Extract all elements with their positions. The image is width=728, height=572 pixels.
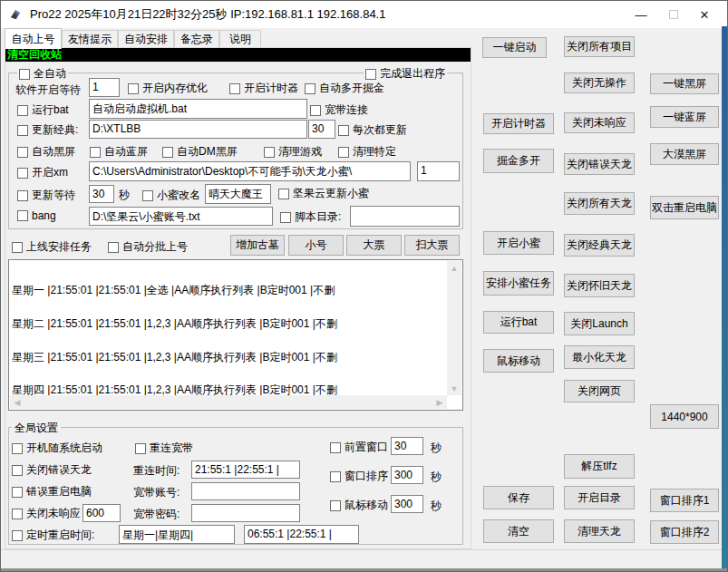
scroll-up-icon[interactable]: ▲ xyxy=(447,261,461,275)
classic-path-input[interactable]: D:\XTLBB xyxy=(89,120,307,139)
nutstore-update-checkbox[interactable]: 坚果云更新小蜜 xyxy=(278,186,369,201)
scan-big-ticket-button[interactable]: 扫大票 xyxy=(404,235,460,256)
gold-multi-button[interactable]: 掘金多开 xyxy=(483,149,554,173)
clean-game-checkbox[interactable]: 清理游戏 xyxy=(264,144,322,160)
finish-exit-checkbox[interactable]: 完成退出程序 xyxy=(364,66,447,82)
scroll-right-icon[interactable]: ▶ xyxy=(432,395,447,409)
scroll-down-icon[interactable]: ▼ xyxy=(447,382,461,395)
reconnect-broadband-checkbox[interactable]: 重连宽带 xyxy=(135,441,193,456)
xm-count-input[interactable]: 1 xyxy=(417,161,460,181)
reconnect-time-input[interactable]: 21:55:1 |22:55:1 | xyxy=(191,461,300,479)
one-key-start-button[interactable]: 一键启动 xyxy=(482,37,547,58)
list-item[interactable]: 星期四 |21:55:01 |21:55:01 |1,2,3 |AA顺序执行列表… xyxy=(12,384,446,395)
full-auto-checkbox[interactable]: 全自动 xyxy=(17,66,68,82)
mouse-move-checkbox[interactable]: 鼠标移动 xyxy=(330,498,388,513)
update-wait-input[interactable]: 30 xyxy=(89,185,114,203)
clear-button[interactable]: 清空 xyxy=(483,519,554,543)
open-dir-button[interactable]: 开启目录 xyxy=(564,486,635,509)
window-sort-input[interactable]: 300 xyxy=(391,466,423,484)
close-all-tl-button[interactable]: 关闭所有天龙 xyxy=(564,192,635,215)
one-key-blue-button[interactable]: 一键蓝屏 xyxy=(650,106,719,128)
tab-help[interactable]: 说明 xyxy=(219,30,261,48)
tab-friendly-tips[interactable]: 友情提示 xyxy=(62,30,118,48)
update-wait-checkbox[interactable]: 更新等待 xyxy=(17,188,75,203)
close-all-projects-button[interactable]: 关闭所有项目 xyxy=(564,36,635,57)
tab-auto-arrange[interactable]: 自动安排 xyxy=(118,30,174,48)
classic-wait-input[interactable]: 30 xyxy=(308,120,335,139)
tab-memo[interactable]: 备忘录 xyxy=(174,30,219,48)
open-xiaomi-button[interactable]: 开启小蜜 xyxy=(483,231,554,255)
open-timer-button[interactable]: 开启计时器 xyxy=(483,113,554,134)
timed-reboot-checkbox[interactable]: 定时重启时间: xyxy=(12,528,94,543)
horizontal-scrollbar[interactable]: ◀ ▶ xyxy=(10,395,447,409)
small-account-button[interactable]: 小号 xyxy=(288,235,344,256)
error-reboot-checkbox[interactable]: 错误重启电脑 xyxy=(12,484,92,499)
vertical-scrollbar[interactable]: ▲ ▼ xyxy=(447,261,461,395)
memory-opt-checkbox[interactable]: 开启内存优化 xyxy=(128,81,208,96)
resolution-button[interactable]: 1440*900 xyxy=(650,404,719,429)
dblclick-reboot-button[interactable]: 双击重启电脑 xyxy=(650,196,719,219)
clean-specific-checkbox[interactable]: 清理特定 xyxy=(338,144,396,160)
unzip-tlfz-button[interactable]: 解压tlfz xyxy=(564,454,635,479)
window-sort2-button[interactable]: 窗口排序2 xyxy=(650,520,719,544)
xiaomi-name-input[interactable]: 晴天大魔王 xyxy=(205,184,271,204)
window-sort1-button[interactable]: 窗口排序1 xyxy=(650,489,719,512)
close-unresponsive-checkbox[interactable]: 关闭未响应 xyxy=(12,506,81,521)
close-unresponsive-input[interactable]: 600 xyxy=(83,504,121,522)
close-unresponsive-button[interactable]: 关闭未响应 xyxy=(564,112,635,133)
front-window-checkbox[interactable]: 前置窗口 xyxy=(330,440,388,455)
xm-path-input[interactable]: C:\Users\Administrator\Desktop\不可能手动\天龙小… xyxy=(89,161,411,181)
minimize-button[interactable]: — xyxy=(626,1,655,28)
script-dir-checkbox[interactable]: 脚本目录: xyxy=(280,209,341,225)
close-error-tl-checkbox[interactable]: 关闭错误天龙 xyxy=(12,462,92,478)
reboot-times-input[interactable]: 06:55:1 |22:55:1 | xyxy=(244,525,359,544)
open-timer-checkbox[interactable]: 开启计时器 xyxy=(229,81,298,96)
auto-black-checkbox[interactable]: 自动黑屏 xyxy=(17,144,75,160)
bang-path-input[interactable]: D:\坚果云\小蜜账号.txt xyxy=(89,207,273,226)
always-update-checkbox[interactable]: 每次都更新 xyxy=(338,122,407,138)
bang-checkbox[interactable]: bang xyxy=(17,209,56,222)
run-bat-checkbox[interactable]: 运行bat xyxy=(17,102,69,118)
big-ticket-button[interactable]: 大票 xyxy=(346,235,402,256)
close-webpage-button[interactable]: 关闭网页 xyxy=(564,380,635,402)
front-window-input[interactable]: 30 xyxy=(391,437,423,455)
list-item[interactable]: 星期三 |21:55:01 |21:55:01 |1,2,3 |AA顺序执行列表… xyxy=(12,352,446,363)
broadband-password-input[interactable] xyxy=(191,504,300,522)
window-sort-checkbox[interactable]: 窗口排序 xyxy=(330,469,388,484)
arrange-xiaomi-button[interactable]: 安排小蜜任务 xyxy=(483,271,554,296)
close-launch-button[interactable]: 关闭Launch xyxy=(564,312,635,335)
scroll-left-icon[interactable]: ◀ xyxy=(10,395,24,409)
xiaomi-rename-checkbox[interactable]: 小蜜改名 xyxy=(142,188,200,203)
close-nostalgia-tl-button[interactable]: 关闭怀旧天龙 xyxy=(564,274,635,297)
mouse-move-input[interactable]: 300 xyxy=(391,495,423,513)
one-key-black-button[interactable]: 一键黑屏 xyxy=(650,73,719,94)
list-item[interactable]: 星期二 |21:55:01 |21:55:01 |1,2,3 |AA顺序执行列表… xyxy=(12,318,446,329)
add-gumu-button[interactable]: 增加古墓 xyxy=(230,235,285,256)
auto-blue-checkbox[interactable]: 自动蓝屏 xyxy=(90,144,148,160)
close-classic-tl-button[interactable]: 关闭经典天龙 xyxy=(564,234,635,257)
broadband-account-input[interactable] xyxy=(191,482,300,500)
broadband-connect-checkbox[interactable]: 宽带连接 xyxy=(310,102,368,118)
minimize-tl-button[interactable]: 最小化天龙 xyxy=(564,345,635,369)
reboot-days-input[interactable]: 星期一|星期四| xyxy=(119,525,235,544)
open-xm-checkbox[interactable]: 开启xm xyxy=(17,165,68,180)
batch-login-checkbox[interactable]: 自动分批上号 xyxy=(108,239,188,255)
list-item[interactable]: 星期一 |21:55:01 |21:55:01 |全选 |AA顺序执行列表 |B… xyxy=(12,285,446,296)
mouse-move-button[interactable]: 鼠标移动 xyxy=(483,349,554,373)
multi-gold-checkbox[interactable]: 自动多开掘金 xyxy=(305,81,384,96)
close-no-op-button[interactable]: 关闭无操作 xyxy=(564,73,635,93)
damo-black-button[interactable]: 大漠黑屏 xyxy=(650,143,719,165)
schedule-list[interactable]: 星期一 |21:55:01 |21:55:01 |全选 |AA顺序执行列表 |B… xyxy=(8,259,463,411)
tab-auto-login[interactable]: 自动上号 xyxy=(5,28,62,49)
save-button[interactable]: 保存 xyxy=(483,486,554,509)
script-dir-input[interactable] xyxy=(350,206,460,227)
clean-tl-button[interactable]: 清理天龙 xyxy=(564,519,635,543)
online-tasks-checkbox[interactable]: 上线安排任务 xyxy=(12,239,92,255)
boot-start-checkbox[interactable]: 开机随系统启动 xyxy=(12,441,102,456)
startup-wait-input[interactable]: 1 xyxy=(89,78,120,97)
maximize-button[interactable] xyxy=(659,1,688,28)
auto-dm-black-checkbox[interactable]: 自动DM黑屏 xyxy=(162,144,238,160)
bat-path-input[interactable]: 自动启动虚拟机.bat xyxy=(89,99,307,119)
close-button[interactable]: ✕ xyxy=(690,1,719,28)
close-error-tl-button[interactable]: 关闭错误天龙 xyxy=(564,153,635,175)
